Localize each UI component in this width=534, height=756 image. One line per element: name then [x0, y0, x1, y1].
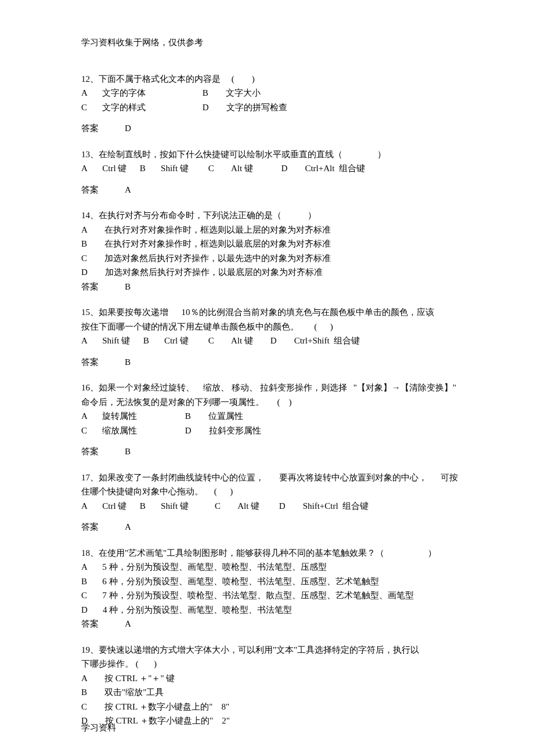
- question-option: A 按 CTRL ＋"＋" 键: [81, 672, 453, 685]
- question-option: D 加选对象然后执行对齐操作，以最底层的对象为对齐标准: [81, 266, 453, 279]
- question-stem: 14、在执行对齐与分布命令时，下列说法正确的是（ ）: [81, 209, 453, 222]
- question-block: 17、如果改变了一条封闭曲线旋转中心的位置， 要再次将旋转中心放置到对象的中心，…: [81, 471, 453, 534]
- question-option: C 7 种，分别为预设型、喷枪型、书法笔型、散点型、压感型、艺术笔触型、画笔型: [81, 589, 453, 602]
- questions-container: 12、下面不属于格式化文本的内容是 ( )A 文字的字体 B 文字大小C 文字的…: [81, 73, 453, 728]
- question-option: D 按 CTRL ＋数字小键盘上的" 2": [81, 714, 453, 728]
- question-stem: 19、要快速以递增的方式增大字体大小，可以利用"文本"工具选择特定的字符后，执行…: [81, 643, 453, 657]
- question-option: C 文字的样式 D 文字的拼写检查: [81, 101, 453, 114]
- question-option: A Ctrl 键 B Shift 键 C Alt 键 D Ctrl+Alt 组合…: [81, 162, 453, 175]
- question-option: A Ctrl 键 B Shift 键 C Alt 键 D Shift+Ctrl …: [81, 500, 453, 513]
- question-option: A 文字的字体 B 文字大小: [81, 86, 453, 100]
- question-answer: 答案 B: [81, 356, 453, 369]
- question-option: A 5 种，分别为预设型、画笔型、喷枪型、书法笔型、压感型: [81, 560, 453, 574]
- question-option: C 缩放属性 D 拉斜变形属性: [81, 424, 453, 437]
- question-stem-extra: 按住下面哪一个键的情况下用左键单击颜色板中的颜色。 ( ): [81, 320, 453, 334]
- question-block: 16、如果一个对象经过旋转、 缩放、 移动、 拉斜变形操作，则选择 "【对象】→…: [81, 381, 453, 458]
- question-answer: 答案 A: [81, 183, 453, 197]
- question-answer: 答案 B: [81, 445, 453, 458]
- question-block: 19、要快速以递增的方式增大字体大小，可以利用"文本"工具选择特定的字符后，执行…: [81, 643, 453, 728]
- question-answer: 答案 B: [81, 280, 453, 294]
- question-block: 12、下面不属于格式化文本的内容是 ( )A 文字的字体 B 文字大小C 文字的…: [81, 73, 453, 135]
- question-answer: 答案 A: [81, 520, 453, 534]
- question-option: B 双击"缩放"工具: [81, 686, 453, 699]
- question-stem-extra: 下哪步操作。 ( ): [81, 657, 453, 671]
- question-option: A 在执行对齐对象操作时，框选则以最上层的对象为对齐标准: [81, 223, 453, 237]
- footer-note: 学习资料: [81, 721, 116, 735]
- question-stem: 13、在绘制直线时，按如下什么快捷键可以绘制水平或垂直的直线（ ）: [81, 148, 453, 161]
- question-block: 15、如果要按每次递增 10％的比例混合当前对象的填充色与在颜色板中单击的颜色，…: [81, 306, 453, 368]
- question-block: 14、在执行对齐与分布命令时，下列说法正确的是（ ）A 在执行对齐对象操作时，框…: [81, 209, 453, 293]
- question-stem: 17、如果改变了一条封闭曲线旋转中心的位置， 要再次将旋转中心放置到对象的中心，…: [81, 471, 453, 484]
- question-option: C 按 CTRL ＋数字小键盘上的" 8": [81, 700, 453, 714]
- question-option: B 在执行对齐对象操作时，框选则以最底层的对象为对齐标准: [81, 237, 453, 251]
- question-option: A Shift 键 B Ctrl 键 C Alt 键 D Ctrl+Shift …: [81, 334, 453, 348]
- question-option: C 加选对象然后执行对齐操作，以最先选中的对象为对齐标准: [81, 252, 453, 265]
- document-page: 学习资料收集于网络，仅供参考 12、下面不属于格式化文本的内容是 ( )A 文字…: [0, 0, 534, 756]
- question-stem-extra: 命令后，无法恢复的是对象的下列哪一项属性。 ( ): [81, 396, 453, 409]
- question-answer: 答案 D: [81, 122, 453, 135]
- question-option: D 4 种，分别为预设型、画笔型、喷枪型、书法笔型: [81, 603, 453, 617]
- question-answer: 答案 A: [81, 617, 453, 631]
- question-option: A 旋转属性 B 位置属性: [81, 410, 453, 423]
- question-option: B 6 种，分别为预设型、画笔型、喷枪型、书法笔型、压感型、艺术笔触型: [81, 575, 453, 588]
- question-block: 18、在使用"艺术画笔"工具绘制图形时，能够获得几种不同的基本笔触效果？（ ）A…: [81, 547, 453, 631]
- header-note: 学习资料收集于网络，仅供参考: [81, 36, 453, 49]
- question-stem: 18、在使用"艺术画笔"工具绘制图形时，能够获得几种不同的基本笔触效果？（ ）: [81, 547, 453, 560]
- question-block: 13、在绘制直线时，按如下什么快捷键可以绘制水平或垂直的直线（ ）A Ctrl …: [81, 148, 453, 197]
- question-stem: 12、下面不属于格式化文本的内容是 ( ): [81, 73, 453, 86]
- question-stem-extra: 住哪个快捷键向对象中心拖动。 ( ): [81, 485, 453, 498]
- question-stem: 15、如果要按每次递增 10％的比例混合当前对象的填充色与在颜色板中单击的颜色，…: [81, 306, 453, 319]
- question-stem: 16、如果一个对象经过旋转、 缩放、 移动、 拉斜变形操作，则选择 "【对象】→…: [81, 381, 453, 395]
